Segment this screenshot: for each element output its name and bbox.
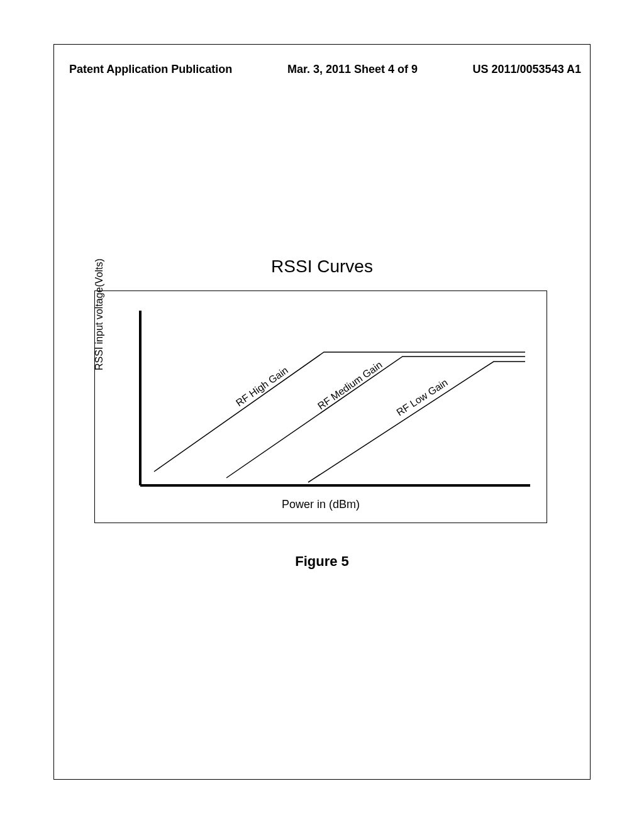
x-axis-label: Power in (dBm) [94, 498, 547, 511]
label-medium-gain: RF Medium Gain [316, 359, 384, 411]
label-high-gain: RF High Gain [234, 365, 290, 409]
label-low-gain: RF Low Gain [394, 377, 450, 418]
header-patent-number: US 2011/0053543 A1 [473, 63, 581, 76]
header-sheet-info: Mar. 3, 2011 Sheet 4 of 9 [287, 63, 418, 76]
curve-high-gain [154, 352, 525, 472]
page-header: Patent Application Publication Mar. 3, 2… [69, 63, 581, 76]
y-axis-label: RSSI input voltage(Volts) [94, 270, 105, 370]
header-publication: Patent Application Publication [69, 63, 232, 76]
curve-low-gain [308, 362, 525, 482]
rssi-chart: RF High Gain RF Medium Gain RF Low Gain [123, 303, 535, 514]
figure-caption: Figure 5 [0, 553, 644, 570]
